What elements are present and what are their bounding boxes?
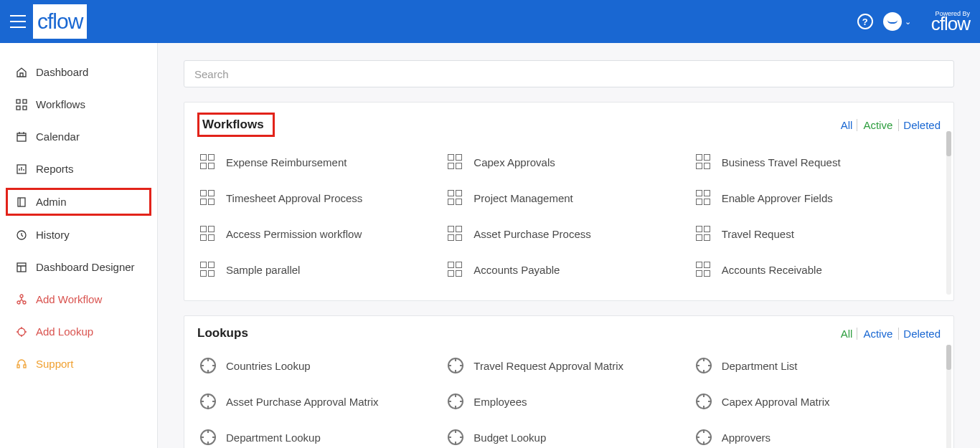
sidebar-item-admin[interactable]: Admin: [6, 188, 151, 216]
lookup-item[interactable]: Approvers: [693, 419, 941, 448]
filter-group: AllActiveDeleted: [841, 328, 941, 340]
target-icon: [200, 358, 216, 373]
filter-all[interactable]: All: [841, 328, 853, 340]
workflow-item[interactable]: Accounts Payable: [445, 252, 692, 287]
item-label: Accounts Receivable: [722, 264, 822, 276]
grid-icon: [200, 262, 216, 277]
calendar-icon: [16, 131, 27, 143]
workflow-item[interactable]: Sample parallel: [197, 252, 445, 287]
sidebar-item-calendar[interactable]: Calendar: [0, 120, 157, 153]
sidebar-item-label: History: [36, 229, 70, 241]
item-label: Expense Reimbursement: [226, 156, 347, 168]
target-icon: [696, 394, 712, 409]
scrollbar[interactable]: [946, 131, 951, 295]
sidebar-item-dashboard[interactable]: Dashboard: [0, 56, 157, 88]
sidebar-item-support[interactable]: Support: [0, 348, 157, 380]
item-label: Countries Lookup: [226, 360, 311, 372]
lookup-item[interactable]: Asset Purchase Approval Matrix: [197, 383, 445, 419]
item-label: Travel Request Approval Matrix: [473, 360, 623, 372]
layout-icon: [16, 262, 27, 273]
item-label: Capex Approval Matrix: [722, 396, 830, 408]
item-grid: Countries LookupTravel Request Approval …: [197, 348, 941, 448]
headset-icon: [16, 358, 27, 370]
lookup-item[interactable]: Employees: [445, 383, 692, 419]
svg-point-9: [20, 295, 23, 297]
sidebar-item-add-lookup[interactable]: Add Lookup: [0, 315, 157, 348]
chat-dropdown[interactable]: ⌄: [883, 12, 911, 31]
workflow-item[interactable]: Travel Request: [693, 216, 941, 252]
item-label: Department Lookup: [226, 432, 321, 444]
lookup-item[interactable]: Department List: [693, 348, 941, 383]
filter-group: AllActiveDeleted: [841, 119, 941, 131]
sidebar-item-workflows[interactable]: Workflows: [0, 88, 157, 120]
grid-icon: [448, 262, 463, 277]
panel-title: Lookups: [197, 326, 248, 340]
item-label: Enable Approver Fields: [722, 192, 833, 204]
workflow-item[interactable]: Enable Approver Fields: [693, 180, 941, 216]
target-icon: [696, 358, 712, 373]
grid-icon: [696, 190, 712, 206]
workflow-item[interactable]: Timesheet Approval Process: [197, 180, 445, 216]
item-label: Business Travel Request: [722, 156, 841, 168]
filter-all[interactable]: All: [841, 119, 853, 131]
item-label: Approvers: [722, 432, 771, 444]
sidebar-item-label: Workflows: [36, 98, 85, 110]
sidebar-item-dashboard-designer[interactable]: Dashboard Designer: [0, 251, 157, 283]
grid-icon: [448, 226, 463, 242]
lookup-item[interactable]: Countries Lookup: [197, 348, 445, 383]
grid-icon: [448, 190, 463, 206]
workflow-item[interactable]: Business Travel Request: [693, 144, 941, 180]
grid-icon: [448, 154, 463, 170]
lookup-item[interactable]: Budget Lookup: [445, 419, 692, 448]
target-icon: [696, 429, 712, 445]
main-content: WorkflowsAllActiveDeletedExpense Reimbur…: [158, 43, 980, 448]
logo[interactable]: cflow: [33, 4, 87, 39]
svg-rect-3: [23, 106, 27, 110]
topbar: cflow ? ⌄ Powered By cflow: [0, 0, 980, 43]
hamburger-icon[interactable]: [10, 15, 26, 28]
grid-icon: [16, 99, 27, 110]
lookup-item[interactable]: Department Lookup: [197, 419, 445, 448]
filter-deleted[interactable]: Deleted: [903, 328, 941, 340]
powered-by: Powered By cflow: [931, 10, 970, 33]
logo-text: cflow: [37, 9, 83, 34]
item-label: Asset Purchase Process: [473, 228, 590, 240]
lookup-item[interactable]: Capex Approval Matrix: [693, 383, 941, 419]
sidebar-item-history[interactable]: History: [0, 219, 157, 251]
svg-rect-6: [18, 198, 25, 206]
workflow-item[interactable]: Asset Purchase Process: [445, 216, 692, 252]
workflow-item[interactable]: Expense Reimbursement: [197, 144, 445, 180]
report-icon: [16, 163, 27, 175]
grid-icon: [696, 262, 712, 277]
item-label: Asset Purchase Approval Matrix: [226, 396, 379, 408]
filter-active[interactable]: Active: [857, 328, 899, 340]
help-icon[interactable]: ?: [857, 14, 873, 29]
target-icon: [448, 358, 463, 373]
search-input[interactable]: [184, 60, 954, 87]
item-label: Sample parallel: [226, 264, 300, 276]
target-icon: [200, 394, 216, 409]
workflow-item[interactable]: Project Management: [445, 180, 692, 216]
chevron-down-icon: ⌄: [905, 17, 911, 27]
sidebar-item-reports[interactable]: Reports: [0, 153, 157, 185]
item-grid: Expense ReimbursementCapex ApprovalsBusi…: [197, 144, 941, 287]
workflow-item[interactable]: Accounts Receivable: [693, 252, 941, 287]
sidebar-item-label: Support: [36, 358, 74, 370]
scrollbar-thumb[interactable]: [946, 345, 951, 370]
workflow-item[interactable]: Access Permission workflow: [197, 216, 445, 252]
network-icon: [16, 294, 27, 305]
target-icon: [448, 394, 463, 409]
grid-icon: [200, 154, 216, 170]
filter-active[interactable]: Active: [857, 119, 899, 131]
scrollbar-thumb[interactable]: [946, 131, 951, 156]
grid-icon: [200, 190, 216, 206]
scrollbar[interactable]: [946, 345, 951, 448]
lookups-panel: LookupsAllActiveDeletedCountries LookupT…: [184, 315, 954, 448]
workflow-item[interactable]: Capex Approvals: [445, 144, 692, 180]
filter-deleted[interactable]: Deleted: [903, 119, 941, 131]
grid-icon: [696, 226, 712, 242]
lookup-item[interactable]: Travel Request Approval Matrix: [445, 348, 692, 383]
item-label: Capex Approvals: [473, 156, 555, 168]
target-icon: [200, 429, 216, 445]
sidebar-item-add-workflow[interactable]: Add Workflow: [0, 283, 157, 315]
